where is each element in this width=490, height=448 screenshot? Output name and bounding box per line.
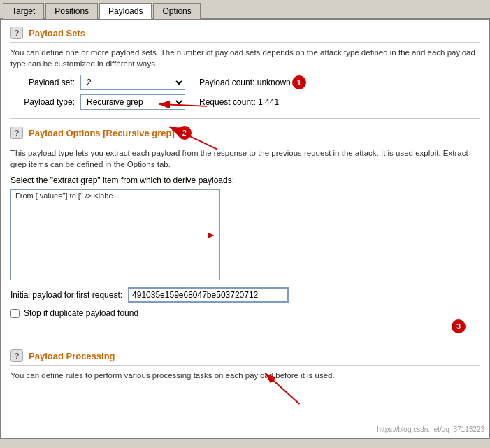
payload-options-header: ? Payload Options [Recursive grep] 2 bbox=[10, 126, 480, 143]
initial-payload-label: Initial payload for first request: bbox=[10, 290, 122, 300]
request-count-info: Request count: 1,441 bbox=[199, 97, 279, 107]
payload-processing-desc: You can define rules to perform various … bbox=[10, 370, 480, 381]
payload-processing-header: ? Payload Processing bbox=[10, 349, 480, 366]
tab-bar: Target Positions Payloads Options bbox=[0, 0, 490, 20]
payload-sets-title: Payload Sets bbox=[29, 28, 85, 38]
payload-set-label: Payload set: bbox=[10, 78, 80, 87]
payload-type-label: Payload type: bbox=[10, 97, 80, 107]
extract-grep-list[interactable]: From [ value="] to [" /> <labe... ▶ bbox=[10, 189, 220, 280]
payload-processing-title: Payload Processing bbox=[29, 351, 115, 361]
list-arrow-icon: ▶ bbox=[208, 230, 214, 240]
section-divider-2 bbox=[10, 342, 480, 342]
annotation-3: 3 bbox=[452, 319, 466, 333]
list-item[interactable]: From [ value="] to [" /> <labe... bbox=[11, 190, 219, 201]
payload-count-info: Payload count: unknown bbox=[199, 78, 291, 87]
main-content: ? Payload Sets You can define one or mor… bbox=[0, 20, 490, 439]
payload-sets-header: ? Payload Sets bbox=[10, 27, 480, 43]
tab-target[interactable]: Target bbox=[3, 3, 44, 19]
payload-processing-section: ? Payload Processing You can define rule… bbox=[10, 349, 480, 381]
initial-payload-input[interactable] bbox=[128, 287, 289, 303]
initial-payload-row: Initial payload for first request: bbox=[10, 287, 480, 303]
annotation-2: 2 bbox=[178, 126, 192, 140]
payload-options-help-btn[interactable]: ? bbox=[10, 127, 23, 139]
payload-sets-desc: You can define one or more payload sets.… bbox=[10, 47, 480, 69]
payload-type-row: Payload type: Recursive grep Simple list… bbox=[10, 94, 480, 110]
tab-options[interactable]: Options bbox=[153, 3, 200, 19]
stop-duplicate-row: Stop if duplicate payload found bbox=[10, 308, 480, 318]
stop-duplicate-label: Stop if duplicate payload found bbox=[24, 308, 138, 318]
payload-sets-section: ? Payload Sets You can define one or mor… bbox=[10, 27, 480, 110]
payload-options-desc: This payload type lets you extract each … bbox=[10, 147, 480, 170]
section-divider-1 bbox=[10, 118, 480, 119]
extract-label: Select the "extract grep" item from whic… bbox=[10, 175, 480, 185]
tab-payloads[interactable]: Payloads bbox=[99, 3, 152, 19]
payload-options-title: Payload Options [Recursive grep] bbox=[29, 128, 175, 138]
payload-type-select[interactable]: Recursive grep Simple list Numbers Dates bbox=[80, 94, 185, 110]
annotation-1: 1 bbox=[292, 75, 306, 89]
payload-set-row: Payload set: 2 1 3 Payload count: unknow… bbox=[10, 75, 480, 90]
payload-sets-help-btn[interactable]: ? bbox=[10, 27, 23, 39]
stop-duplicate-checkbox[interactable] bbox=[10, 309, 20, 318]
tab-positions[interactable]: Positions bbox=[45, 3, 98, 19]
payload-set-select[interactable]: 2 1 3 bbox=[80, 75, 185, 90]
payload-options-section: ? Payload Options [Recursive grep] 2 Thi… bbox=[10, 126, 480, 333]
payload-processing-help-btn[interactable]: ? bbox=[10, 349, 23, 362]
